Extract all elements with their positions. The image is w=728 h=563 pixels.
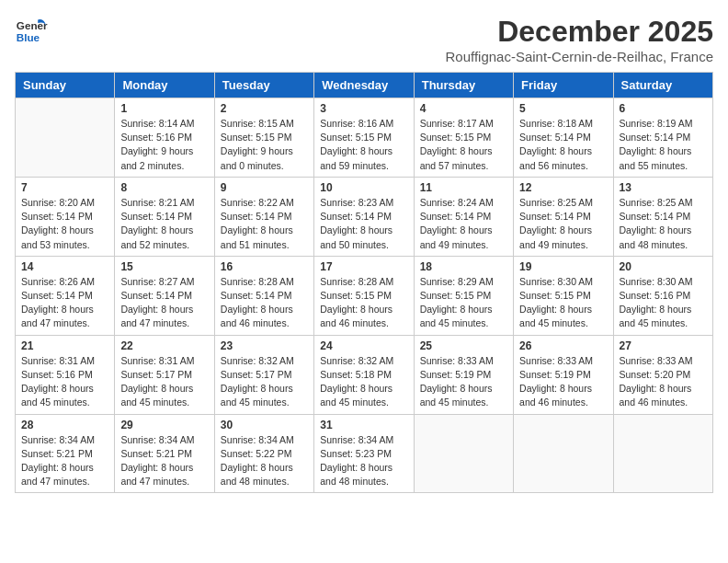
cell-info: Sunrise: 8:27 AM Sunset: 5:14 PM Dayligh…	[120, 275, 208, 331]
cell-info: Sunrise: 8:34 AM Sunset: 5:23 PM Dayligh…	[320, 433, 407, 489]
cell-date: 18	[420, 260, 507, 273]
calendar-week-1: 1Sunrise: 8:14 AM Sunset: 5:16 PM Daylig…	[16, 98, 713, 178]
logo-icon: General Blue	[15, 15, 48, 48]
calendar-cell: 11Sunrise: 8:24 AM Sunset: 5:14 PM Dayli…	[414, 177, 513, 256]
calendar-cell: 10Sunrise: 8:23 AM Sunset: 5:14 PM Dayli…	[314, 177, 414, 256]
cell-info: Sunrise: 8:31 AM Sunset: 5:16 PM Dayligh…	[21, 354, 108, 410]
calendar-cell: 30Sunrise: 8:34 AM Sunset: 5:22 PM Dayli…	[214, 414, 313, 493]
cell-info: Sunrise: 8:16 AM Sunset: 5:15 PM Dayligh…	[320, 117, 407, 173]
calendar-cell: 31Sunrise: 8:34 AM Sunset: 5:23 PM Dayli…	[314, 414, 414, 493]
cell-info: Sunrise: 8:19 AM Sunset: 5:14 PM Dayligh…	[620, 117, 707, 173]
cell-info: Sunrise: 8:28 AM Sunset: 5:14 PM Dayligh…	[221, 275, 308, 331]
cell-date: 19	[519, 260, 607, 273]
cell-date: 21	[21, 339, 108, 352]
cell-date: 3	[320, 102, 407, 115]
calendar-week-4: 21Sunrise: 8:31 AM Sunset: 5:16 PM Dayli…	[16, 335, 713, 414]
calendar-cell: 2Sunrise: 8:15 AM Sunset: 5:15 PM Daylig…	[214, 98, 313, 178]
calendar-cell: 4Sunrise: 8:17 AM Sunset: 5:15 PM Daylig…	[414, 98, 513, 178]
day-header-wednesday: Wednesday	[314, 73, 414, 98]
cell-info: Sunrise: 8:34 AM Sunset: 5:21 PM Dayligh…	[120, 433, 208, 489]
calendar-cell: 28Sunrise: 8:34 AM Sunset: 5:21 PM Dayli…	[16, 414, 115, 493]
calendar-cell	[613, 414, 712, 493]
calendar-cell: 18Sunrise: 8:29 AM Sunset: 5:15 PM Dayli…	[414, 256, 513, 335]
cell-info: Sunrise: 8:34 AM Sunset: 5:22 PM Dayligh…	[221, 433, 308, 489]
cell-date: 12	[519, 181, 607, 194]
cell-date: 14	[21, 260, 108, 273]
calendar-cell: 6Sunrise: 8:19 AM Sunset: 5:14 PM Daylig…	[613, 98, 712, 178]
cell-date: 8	[120, 181, 208, 194]
calendar-cell: 12Sunrise: 8:25 AM Sunset: 5:14 PM Dayli…	[514, 177, 613, 256]
cell-date: 28	[21, 419, 108, 431]
cell-info: Sunrise: 8:33 AM Sunset: 5:19 PM Dayligh…	[420, 354, 507, 410]
calendar-week-3: 14Sunrise: 8:26 AM Sunset: 5:14 PM Dayli…	[16, 256, 713, 335]
calendar-cell: 29Sunrise: 8:34 AM Sunset: 5:21 PM Dayli…	[115, 414, 214, 493]
cell-info: Sunrise: 8:31 AM Sunset: 5:17 PM Dayligh…	[120, 354, 208, 410]
cell-date: 29	[120, 419, 208, 431]
calendar-cell: 14Sunrise: 8:26 AM Sunset: 5:14 PM Dayli…	[16, 256, 115, 335]
cell-info: Sunrise: 8:24 AM Sunset: 5:14 PM Dayligh…	[420, 196, 507, 252]
calendar-cell: 19Sunrise: 8:30 AM Sunset: 5:15 PM Dayli…	[514, 256, 613, 335]
calendar-cell: 15Sunrise: 8:27 AM Sunset: 5:14 PM Dayli…	[115, 256, 214, 335]
location: Rouffignac-Saint-Cernin-de-Reilhac, Fran…	[445, 49, 713, 64]
cell-info: Sunrise: 8:15 AM Sunset: 5:15 PM Dayligh…	[221, 117, 308, 173]
cell-date: 4	[420, 102, 507, 115]
cell-info: Sunrise: 8:32 AM Sunset: 5:18 PM Dayligh…	[320, 354, 407, 410]
calendar-cell: 20Sunrise: 8:30 AM Sunset: 5:16 PM Dayli…	[613, 256, 712, 335]
cell-date: 1	[120, 102, 208, 115]
calendar-cell: 17Sunrise: 8:28 AM Sunset: 5:15 PM Dayli…	[314, 256, 414, 335]
day-header-friday: Friday	[514, 73, 613, 98]
cell-date: 15	[120, 260, 208, 273]
cell-date: 30	[221, 419, 308, 431]
calendar-cell: 3Sunrise: 8:16 AM Sunset: 5:15 PM Daylig…	[314, 98, 414, 178]
cell-date: 25	[420, 339, 507, 352]
calendar-cell: 7Sunrise: 8:20 AM Sunset: 5:14 PM Daylig…	[16, 177, 115, 256]
day-header-monday: Monday	[115, 73, 214, 98]
cell-date: 5	[519, 102, 607, 115]
cell-date: 27	[620, 339, 707, 352]
cell-info: Sunrise: 8:33 AM Sunset: 5:19 PM Dayligh…	[519, 354, 607, 410]
calendar-cell	[16, 98, 115, 178]
calendar-cell: 13Sunrise: 8:25 AM Sunset: 5:14 PM Dayli…	[613, 177, 712, 256]
calendar-cell: 5Sunrise: 8:18 AM Sunset: 5:14 PM Daylig…	[514, 98, 613, 178]
cell-info: Sunrise: 8:30 AM Sunset: 5:15 PM Dayligh…	[519, 275, 607, 331]
cell-info: Sunrise: 8:17 AM Sunset: 5:15 PM Dayligh…	[420, 117, 507, 173]
cell-date: 11	[420, 181, 507, 194]
cell-date: 9	[221, 181, 308, 194]
cell-date: 24	[320, 339, 407, 352]
cell-info: Sunrise: 8:34 AM Sunset: 5:21 PM Dayligh…	[21, 433, 108, 489]
calendar-cell: 1Sunrise: 8:14 AM Sunset: 5:16 PM Daylig…	[115, 98, 214, 178]
cell-info: Sunrise: 8:14 AM Sunset: 5:16 PM Dayligh…	[120, 117, 208, 173]
cell-date: 2	[221, 102, 308, 115]
day-header-tuesday: Tuesday	[214, 73, 313, 98]
calendar-cell: 27Sunrise: 8:33 AM Sunset: 5:20 PM Dayli…	[613, 335, 712, 414]
calendar-cell: 21Sunrise: 8:31 AM Sunset: 5:16 PM Dayli…	[16, 335, 115, 414]
cell-info: Sunrise: 8:32 AM Sunset: 5:17 PM Dayligh…	[221, 354, 308, 410]
month-title: December 2025	[445, 15, 713, 49]
cell-info: Sunrise: 8:30 AM Sunset: 5:16 PM Dayligh…	[620, 275, 707, 331]
cell-info: Sunrise: 8:22 AM Sunset: 5:14 PM Dayligh…	[221, 196, 308, 252]
day-header-thursday: Thursday	[414, 73, 513, 98]
svg-text:Blue: Blue	[17, 31, 40, 43]
title-block: December 2025 Rouffignac-Saint-Cernin-de…	[445, 15, 713, 64]
cell-info: Sunrise: 8:20 AM Sunset: 5:14 PM Dayligh…	[21, 196, 108, 252]
cell-info: Sunrise: 8:29 AM Sunset: 5:15 PM Dayligh…	[420, 275, 507, 331]
cell-date: 13	[620, 181, 707, 194]
calendar-cell: 8Sunrise: 8:21 AM Sunset: 5:14 PM Daylig…	[115, 177, 214, 256]
cell-info: Sunrise: 8:28 AM Sunset: 5:15 PM Dayligh…	[320, 275, 407, 331]
calendar-cell: 22Sunrise: 8:31 AM Sunset: 5:17 PM Dayli…	[115, 335, 214, 414]
cell-date: 31	[320, 419, 407, 431]
page-header: General Blue December 2025 Rouffignac-Sa…	[15, 15, 713, 64]
cell-date: 7	[21, 181, 108, 194]
cell-date: 20	[620, 260, 707, 273]
cell-info: Sunrise: 8:23 AM Sunset: 5:14 PM Dayligh…	[320, 196, 407, 252]
calendar-cell: 9Sunrise: 8:22 AM Sunset: 5:14 PM Daylig…	[214, 177, 313, 256]
cell-date: 16	[221, 260, 308, 273]
cell-date: 26	[519, 339, 607, 352]
cell-info: Sunrise: 8:26 AM Sunset: 5:14 PM Dayligh…	[21, 275, 108, 331]
cell-date: 22	[120, 339, 208, 352]
calendar-cell: 16Sunrise: 8:28 AM Sunset: 5:14 PM Dayli…	[214, 256, 313, 335]
calendar-cell: 26Sunrise: 8:33 AM Sunset: 5:19 PM Dayli…	[514, 335, 613, 414]
calendar-cell: 23Sunrise: 8:32 AM Sunset: 5:17 PM Dayli…	[214, 335, 313, 414]
cell-date: 10	[320, 181, 407, 194]
cell-info: Sunrise: 8:18 AM Sunset: 5:14 PM Dayligh…	[519, 117, 607, 173]
